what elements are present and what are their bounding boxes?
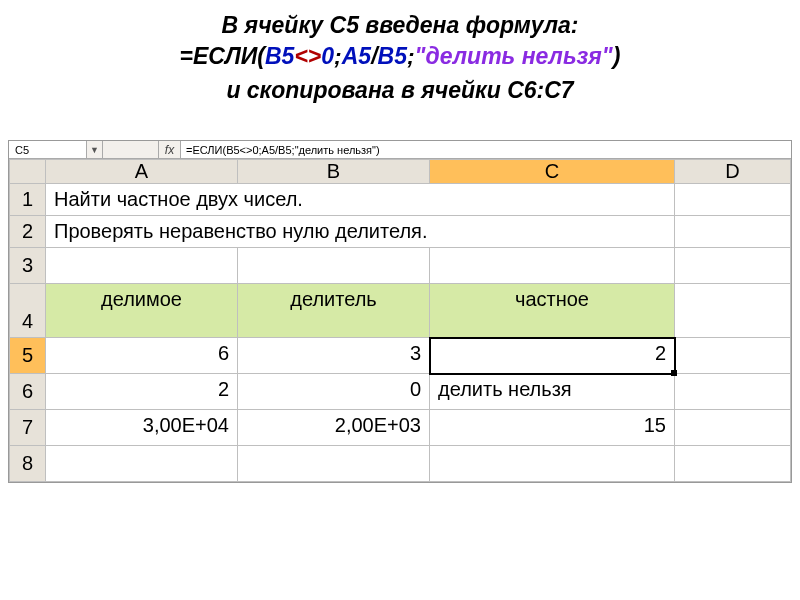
row-1: 1 Найти частное двух чисел. (10, 184, 791, 216)
formula-ref2: А5 (342, 43, 371, 69)
slide-formula: =ЕСЛИ(В5<>0;А5/В5;"делить нельзя") (20, 41, 780, 72)
cell-C8[interactable] (430, 446, 675, 482)
cell-B5[interactable]: 3 (238, 338, 430, 374)
row-header-5[interactable]: 5 (10, 338, 46, 374)
cell-A8[interactable] (46, 446, 238, 482)
name-box-dropdown-icon[interactable]: ▼ (87, 141, 103, 158)
row-3: 3 (10, 248, 791, 284)
select-all[interactable] (10, 160, 46, 184)
cell-D7[interactable] (675, 410, 791, 446)
cell-A6[interactable]: 2 (46, 374, 238, 410)
slide-subtitle: и скопирована в ячейки С6:С7 (20, 74, 780, 106)
cell-D8[interactable] (675, 446, 791, 482)
row-header-6[interactable]: 6 (10, 374, 46, 410)
row-5: 5 6 3 2 (10, 338, 791, 374)
row-7: 7 3,00E+04 2,00E+03 15 (10, 410, 791, 446)
formula-func: ЕСЛИ (193, 43, 257, 69)
cell-D3[interactable] (675, 248, 791, 284)
slide-title: В ячейку С5 введена формула: (20, 10, 780, 41)
row-8: 8 (10, 446, 791, 482)
cell-C3[interactable] (430, 248, 675, 284)
col-header-A[interactable]: A (46, 160, 238, 184)
cell-A2-text: Проверять неравенство нулю делителя. (46, 216, 674, 247)
formula-sep1: ; (334, 43, 342, 69)
row-header-1[interactable]: 1 (10, 184, 46, 216)
cell-B7[interactable]: 2,00E+03 (238, 410, 430, 446)
cell-C7-text: 15 (430, 410, 674, 445)
fx-button[interactable]: fx (159, 141, 181, 158)
formula-string: "делить нельзя" (415, 43, 613, 69)
cell-C4-text: частное (430, 284, 674, 337)
row-2: 2 Проверять неравенство нулю делителя. (10, 216, 791, 248)
name-box[interactable]: C5 (9, 141, 87, 158)
cell-A4[interactable]: делимое (46, 284, 238, 338)
col-header-D[interactable]: D (675, 160, 791, 184)
cell-B8[interactable] (238, 446, 430, 482)
formula-sep2: ; (407, 43, 415, 69)
cell-B5-text: 3 (238, 338, 429, 373)
cell-C5-text: 2 (430, 338, 674, 373)
cell-B4[interactable]: делитель (238, 284, 430, 338)
cell-A7-text: 3,00E+04 (46, 410, 237, 445)
cell-C4[interactable]: частное (430, 284, 675, 338)
cell-B7-text: 2,00E+03 (238, 410, 429, 445)
cell-C7[interactable]: 15 (430, 410, 675, 446)
cell-B3[interactable] (238, 248, 430, 284)
row-6: 6 2 0 делить нельзя (10, 374, 791, 410)
cell-D6[interactable] (675, 374, 791, 410)
formula-eq: = (180, 43, 193, 69)
formula-ne: <> (294, 43, 321, 69)
formula-bar-spacer (103, 141, 159, 158)
row-4: 4 делимое делитель частное (10, 284, 791, 338)
cell-A3[interactable] (46, 248, 238, 284)
formula-ref1: В5 (265, 43, 294, 69)
cell-D2[interactable] (675, 216, 791, 248)
cell-B4-text: делитель (238, 284, 429, 337)
cell-D1[interactable] (675, 184, 791, 216)
cell-A1-text: Найти частное двух чисел. (46, 184, 674, 215)
cell-A6-text: 2 (46, 374, 237, 409)
grid: A B C D 1 Найти частное двух чисел. 2 Пр… (9, 159, 791, 482)
cell-A5[interactable]: 6 (46, 338, 238, 374)
column-headers: A B C D (10, 160, 791, 184)
cell-C5[interactable]: 2 (430, 338, 675, 374)
row-header-8[interactable]: 8 (10, 446, 46, 482)
cell-C6-text: делить нельзя (430, 374, 674, 409)
row-header-4[interactable]: 4 (10, 284, 46, 338)
cell-A5-text: 6 (46, 338, 237, 373)
formula-paren-r: ) (613, 43, 621, 69)
row-header-3[interactable]: 3 (10, 248, 46, 284)
cell-A2[interactable]: Проверять неравенство нулю делителя. (46, 216, 675, 248)
col-header-C[interactable]: C (430, 160, 675, 184)
formula-bar: C5 ▼ fx =ЕСЛИ(B5<>0;A5/B5;"делить нельзя… (9, 141, 791, 159)
row-header-2[interactable]: 2 (10, 216, 46, 248)
row-header-7[interactable]: 7 (10, 410, 46, 446)
formula-ref3: В5 (378, 43, 407, 69)
cell-B6[interactable]: 0 (238, 374, 430, 410)
cell-A1[interactable]: Найти частное двух чисел. (46, 184, 675, 216)
cell-C6[interactable]: делить нельзя (430, 374, 675, 410)
formula-paren-l: ( (257, 43, 265, 69)
formula-zero: 0 (321, 43, 334, 69)
cell-A7[interactable]: 3,00E+04 (46, 410, 238, 446)
cell-B6-text: 0 (238, 374, 429, 409)
formula-input[interactable]: =ЕСЛИ(B5<>0;A5/B5;"делить нельзя") (181, 141, 791, 158)
col-header-B[interactable]: B (238, 160, 430, 184)
cell-D5[interactable] (675, 338, 791, 374)
cell-A4-text: делимое (46, 284, 237, 337)
spreadsheet: C5 ▼ fx =ЕСЛИ(B5<>0;A5/B5;"делить нельзя… (8, 140, 792, 483)
cell-D4[interactable] (675, 284, 791, 338)
